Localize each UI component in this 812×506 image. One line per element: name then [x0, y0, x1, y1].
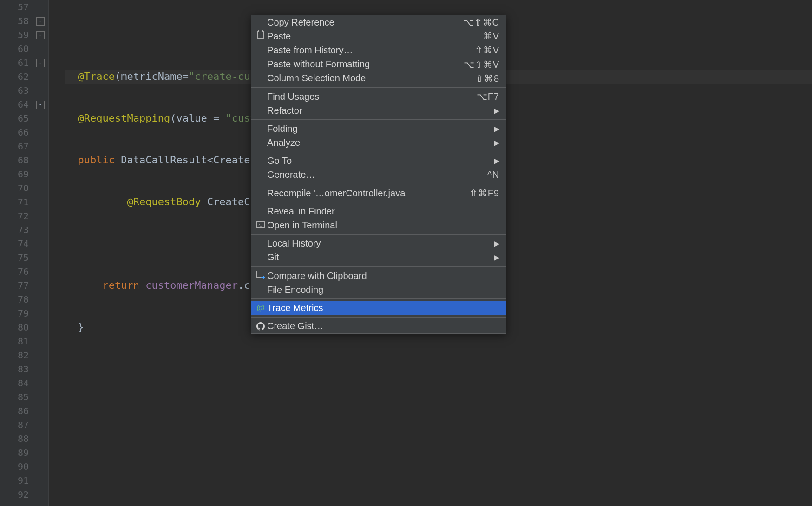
menu-shortcut: ⌥F7 — [477, 91, 499, 102]
menu-item-label: Compare with Clipboard — [266, 271, 499, 281]
menu-item-find-usages[interactable]: Find Usages⌥F7 — [251, 90, 506, 104]
line-number: 57 — [0, 0, 29, 14]
diff-icon: ➜ — [255, 271, 266, 281]
line-number: 88 — [0, 432, 29, 446]
line-number: 81 — [0, 334, 29, 348]
line-number: 68 — [0, 153, 29, 167]
menu-item-column-selection-mode[interactable]: Column Selection Mode⇧⌘8 — [251, 71, 506, 85]
menu-item-git[interactable]: Git▶ — [251, 251, 506, 265]
line-number: 63 — [0, 84, 29, 97]
line-number: 73 — [0, 223, 29, 237]
menu-item-label: File Encoding — [266, 285, 499, 295]
menu-item-label: Folding — [266, 123, 494, 134]
menu-separator — [251, 234, 506, 235]
menu-item-local-history[interactable]: Local History▶ — [251, 237, 506, 251]
context-menu[interactable]: Copy Reference⌥⇧⌘CPaste⌘VPaste from Hist… — [251, 15, 506, 334]
menu-item-paste[interactable]: Paste⌘V — [251, 29, 506, 43]
line-number: 83 — [0, 362, 29, 376]
menu-item-paste-from-history[interactable]: Paste from History…⇧⌘V — [251, 43, 506, 57]
menu-item-recompile-omercontroller-java[interactable]: Recompile '…omerController.java'⇧⌘F9 — [251, 186, 506, 200]
submenu-arrow-icon: ▶ — [494, 124, 499, 133]
line-number: 89 — [0, 446, 29, 460]
line-number-gutter: 5758596061626364656667686970717273747576… — [0, 0, 33, 506]
menu-item-label: Column Selection Mode — [266, 73, 476, 84]
line-number: 90 — [0, 460, 29, 474]
at-icon: @ — [255, 303, 266, 313]
menu-item-refactor[interactable]: Refactor▶ — [251, 104, 506, 117]
submenu-arrow-icon: ▶ — [494, 253, 499, 262]
menu-item-label: Paste without Formatting — [266, 59, 464, 70]
line-number: 76 — [0, 265, 29, 279]
menu-item-copy-reference[interactable]: Copy Reference⌥⇧⌘C — [251, 15, 506, 29]
menu-shortcut: ⇧⌘8 — [476, 73, 499, 84]
menu-shortcut: ⌘V — [483, 31, 499, 42]
menu-shortcut: ⌥⇧⌘C — [463, 17, 499, 28]
menu-item-label: Go To — [266, 156, 494, 166]
line-number: 78 — [0, 292, 29, 306]
menu-separator — [251, 119, 506, 120]
menu-item-label: Analyze — [266, 137, 494, 148]
menu-item-analyze[interactable]: Analyze▶ — [251, 136, 506, 150]
line-number: 71 — [0, 195, 29, 209]
menu-shortcut: ⇧⌘F9 — [470, 188, 499, 199]
menu-item-label: Find Usages — [266, 91, 477, 102]
line-number: 72 — [0, 209, 29, 223]
line-number: 84 — [0, 376, 29, 390]
line-number: 61 — [0, 56, 29, 70]
line-number: 62 — [0, 70, 29, 84]
menu-separator — [251, 184, 506, 184]
menu-item-reveal-in-finder[interactable]: Reveal in Finder — [251, 204, 506, 218]
line-number: 58 — [0, 14, 29, 28]
line-number: 79 — [0, 306, 29, 320]
menu-item-create-gist[interactable]: Create Gist… — [251, 319, 506, 333]
menu-item-folding[interactable]: Folding▶ — [251, 122, 506, 136]
menu-item-label: Paste from History… — [266, 45, 475, 56]
line-number: 66 — [0, 125, 29, 139]
line-number: 86 — [0, 404, 29, 418]
line-number: 60 — [0, 42, 29, 56]
menu-item-label: Open in Terminal — [266, 220, 499, 231]
line-number: 87 — [0, 418, 29, 432]
menu-item-trace-metrics[interactable]: @Trace Metrics — [251, 301, 506, 315]
line-number: 69 — [0, 167, 29, 181]
fold-minus-icon[interactable]: - — [36, 31, 45, 39]
menu-item-label: Git — [266, 252, 494, 263]
line-number: 77 — [0, 279, 29, 292]
line-number: 70 — [0, 181, 29, 195]
menu-item-paste-without-formatting[interactable]: Paste without Formatting⌥⇧⌘V — [251, 58, 506, 71]
fold-minus-icon[interactable]: - — [36, 101, 45, 109]
menu-separator — [251, 152, 506, 152]
menu-item-label: Paste — [266, 31, 483, 42]
fold-minus-icon[interactable]: - — [36, 17, 45, 26]
menu-item-generate[interactable]: Generate…^N — [251, 168, 506, 182]
fold-minus-icon[interactable]: - — [36, 59, 45, 67]
line-number: 59 — [0, 28, 29, 42]
line-number: 92 — [0, 487, 29, 501]
menu-item-label: Reveal in Finder — [266, 206, 499, 217]
line-number: 67 — [0, 139, 29, 153]
line-number: 65 — [0, 111, 29, 125]
menu-shortcut: ⇧⌘V — [475, 45, 499, 56]
line-number: 75 — [0, 251, 29, 265]
line-number: 64 — [0, 97, 29, 111]
menu-item-file-encoding[interactable]: File Encoding — [251, 283, 506, 297]
menu-item-label: Trace Metrics — [266, 303, 499, 313]
menu-shortcut: ⌥⇧⌘V — [464, 59, 499, 70]
menu-shortcut: ^N — [487, 169, 499, 180]
clipboard-icon — [255, 31, 266, 41]
menu-item-label: Create Gist… — [266, 321, 499, 331]
menu-item-label: Copy Reference — [266, 17, 463, 28]
submenu-arrow-icon: ▶ — [494, 156, 499, 165]
line-number: 91 — [0, 474, 29, 487]
menu-item-compare-with-clipboard[interactable]: ➜Compare with Clipboard — [251, 269, 506, 283]
menu-separator — [251, 202, 506, 202]
menu-item-open-in-terminal[interactable]: >_Open in Terminal — [251, 218, 506, 232]
menu-item-go-to[interactable]: Go To▶ — [251, 154, 506, 168]
menu-separator — [251, 298, 506, 299]
line-number: 85 — [0, 390, 29, 404]
github-icon — [255, 321, 266, 331]
line-number: 80 — [0, 320, 29, 334]
submenu-arrow-icon: ▶ — [494, 138, 499, 147]
menu-item-label: Local History — [266, 238, 494, 249]
menu-separator — [251, 317, 506, 318]
